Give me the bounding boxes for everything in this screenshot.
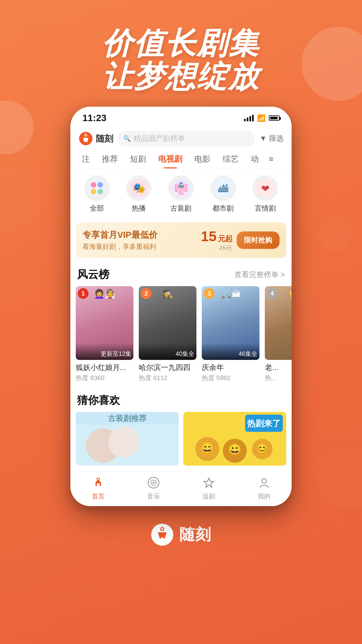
brand-logo-icon [150,523,174,546]
profile-icon [257,475,272,490]
filter-button[interactable]: ▼ 筛选 [259,133,284,144]
drama-poster-2: 🕵️‍♀️ 2 40集全 [139,286,196,360]
drama-name-1: 狐妖小红娘月... [76,363,133,373]
svg-point-32 [97,479,99,480]
logo-text: 随刻 [96,133,113,145]
category-hot-icon: 🎭 [126,175,152,201]
tab-subscription[interactable]: 注 [76,150,96,168]
recommend-header: 猜你喜欢 [70,388,292,412]
drama-card-1[interactable]: 👩‍🦱👰 1 更新至12集 狐妖小红娘月... 热度 8360 [76,286,133,382]
category-romance-icon: ❤ [252,175,278,201]
episode-badge-2: 40集全 [139,343,196,360]
drama-list: 👩‍🦱👰 1 更新至12集 狐妖小红娘月... 热度 8360 🕵️‍♀️ 2 … [70,286,292,388]
app-header: 随刻 🔍 精品国产剧榜单 ▼ 筛选 [70,126,292,150]
tab-animation[interactable]: 动 [245,150,265,168]
rank-badge-1: 1 [78,288,88,299]
nav-music-label: 音乐 [147,492,160,501]
svg-point-2 [85,135,86,136]
search-icon: 🔍 [123,135,131,142]
recommend-card-1[interactable]: 古装剧推荐 [76,412,179,466]
drama-poster-3: ⚔️🏔 3 46集全 [202,286,259,360]
drama-heat-4: 热... [265,374,292,382]
nav-follow[interactable]: 追剧 [201,475,216,501]
episode-badge-3: 46集全 [202,343,259,360]
category-romance[interactable]: ❤ 言情剧 [248,175,282,213]
music-icon [146,475,161,490]
signal-icon [244,115,254,121]
nav-tabs: 注 推荐 短剧 电视剧 电影 综艺 动 ≡ [70,150,292,169]
svg-marker-37 [204,478,214,487]
nav-home[interactable]: 首页 [91,475,106,501]
vip-banner[interactable]: 专享首月VIP最低价 看海量好剧，享多重福利 15 元起 25元 限时抢购 [76,222,286,258]
svg-point-8 [98,189,103,194]
brand-name-text: 随刻 [179,524,212,545]
category-urban-icon: 🏙 [210,175,236,201]
recommend-card-2[interactable]: 热剧来了 😄 😀 😊 [183,412,286,466]
svg-point-7 [91,189,96,194]
nav-home-label: 首页 [92,492,105,501]
svg-point-4 [87,179,106,198]
drama-poster-1: 👩‍🦱👰 1 更新至12集 [76,286,133,360]
rankings-title: 风云榜 [77,267,109,282]
svg-rect-33 [97,483,100,486]
tab-movie[interactable]: 电影 [188,150,217,168]
category-ancient[interactable]: 👘 古装剧 [164,175,198,213]
svg-text:🏙: 🏙 [218,183,228,194]
phone-mockup: 11:23 📶 [0,107,362,506]
svg-text:古装剧推荐: 古装剧推荐 [108,414,147,423]
category-all-icon [84,175,110,201]
follow-icon [201,475,216,490]
tab-shortdrama[interactable]: 短剧 [124,150,152,168]
vip-price-block: 15 元起 25元 [201,228,233,252]
filter-icon: ▼ [259,134,267,143]
svg-text:😊: 😊 [256,443,268,454]
drama-name-4: 老... [265,363,292,373]
rank-badge-4: 4 [267,288,278,299]
svg-text:😄: 😄 [200,441,214,455]
recommend-title: 猜你喜欢 [77,393,120,408]
drama-poster-4: 👴 4 [265,286,292,360]
app-logo: 随刻 [78,131,113,146]
phone-frame: 11:23 📶 [70,107,292,506]
nav-profile[interactable]: 我的 [257,475,272,501]
drama-card-3[interactable]: ⚔️🏔 3 46集全 庆余年 热度 5982 [202,286,259,382]
wifi-icon: 📶 [257,114,265,122]
nav-profile-label: 我的 [258,492,270,501]
drama-card-4[interactable]: 👴 4 老... 热... [265,286,292,382]
drama-card-2[interactable]: 🕵️‍♀️ 2 40集全 哈尔滨一九四四 热度 6112 [139,286,196,382]
nav-more-button[interactable]: ≡ [265,150,278,168]
drama-heat-1: 热度 8360 [76,374,133,382]
logo-icon [78,131,93,146]
rankings-header: 风云榜 查看完整榜单 > [70,262,292,286]
category-urban[interactable]: 🏙 都市剧 [206,175,240,213]
battery-icon [269,115,280,121]
vip-original-price: 25元 [219,244,232,252]
home-icon [91,475,106,490]
bg-decoration-5 [318,218,352,252]
vip-purchase-button[interactable]: 限时抢购 [237,231,280,249]
svg-text:❤: ❤ [261,183,269,194]
svg-point-5 [91,182,96,187]
tab-recommend[interactable]: 推荐 [96,150,124,168]
search-bar[interactable]: 🔍 精品国产剧榜单 [118,131,255,146]
svg-point-36 [153,482,155,484]
vip-price-unit: 元起 [218,234,233,244]
app-content: 随刻 🔍 精品国产剧榜单 ▼ 筛选 注 推荐 短剧 电视剧 电影 综艺 [70,126,292,506]
category-ancient-label: 古装剧 [170,204,191,213]
svg-text:😀: 😀 [228,443,242,456]
rankings-more-link[interactable]: 查看完整榜单 > [234,270,285,280]
bottom-brand: 随刻 [0,506,362,560]
category-hot[interactable]: 🎭 热播 [122,175,156,213]
tab-tvdrama[interactable]: 电视剧 [152,150,188,168]
nav-follow-label: 追剧 [202,492,215,501]
episode-badge-1: 更新至12集 [76,343,133,360]
status-time: 11:23 [82,113,107,123]
vip-main-text: 专享首月VIP最低价 [82,229,197,241]
tab-variety[interactable]: 综艺 [217,150,245,168]
drama-name-3: 庆余年 [202,363,259,373]
category-all[interactable]: 全部 [80,175,114,213]
categories-row: 全部 🎭 热播 👘 [70,169,292,218]
status-icons: 📶 [244,114,280,122]
nav-music[interactable]: 音乐 [146,475,161,501]
svg-text:👘: 👘 [174,181,188,195]
